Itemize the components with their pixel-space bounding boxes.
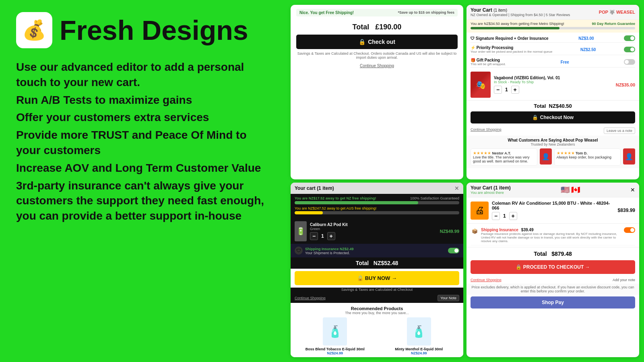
pw-progress-bar	[471, 27, 635, 29]
bl-insurance-row: 🛡 Shipping Insurance NZ$2.49 Your Shipme…	[291, 244, 463, 257]
features-list: Use our advanced editor to add a persona…	[16, 60, 270, 224]
feature-item-5: 3rd-party insurance can't always give yo…	[16, 178, 270, 224]
qty-control: − 1 +	[494, 86, 613, 94]
pw-option-signature: 🛡 Signature Required + Order Insurance N…	[471, 34, 635, 43]
bl-close-button[interactable]: ✕	[454, 185, 459, 191]
toggle-priority[interactable]	[624, 47, 635, 52]
br-header: Your Cart (1 item) You are almost there …	[466, 183, 639, 197]
continue-shopping[interactable]: Continue Shopping	[296, 64, 458, 68]
checkout-button[interactable]: 🔒 Check out	[296, 35, 458, 49]
pw-footer: Continue Shopping Leave us a note	[466, 126, 639, 136]
qty-value: 1	[505, 87, 508, 93]
br-options: 📦 Shipping Insurance $39.49 Package insu…	[466, 224, 639, 247]
lock-icon: 🔒	[359, 39, 365, 45]
br-qty-increase[interactable]: +	[509, 212, 517, 220]
pw-subtitle: NZ Owned & Operated | Shipping from $4.5…	[471, 13, 570, 17]
pw-review-cards: ★★★★★ Nestor A.T. Love the title. The se…	[471, 148, 635, 166]
bl-qty-control: − 1 +	[310, 232, 348, 240]
free-ship-bar: Nice. You get Free Shipping! *Save up to…	[296, 9, 458, 16]
br-qty-decrease[interactable]: −	[492, 212, 500, 220]
feature-item-0: Use our advanced editor to add a persona…	[16, 60, 270, 90]
br-checkout-button[interactable]: 🔒 PROCEED TO CHECKOUT →	[471, 260, 635, 274]
brand-title: Fresh Designs	[60, 16, 248, 44]
pw-product-image	[471, 72, 491, 98]
pw-total: Total NZ$40.50	[466, 100, 639, 111]
br-insurance-row: 📦 Shipping Insurance $39.49 Package insu…	[471, 225, 635, 245]
pw-logo: POP 🐺 WEASEL	[599, 10, 635, 15]
bl-total: Total NZ$52.48	[291, 257, 463, 269]
feature-item-1: Run A/B Tests to maximize gains	[16, 93, 270, 108]
bl-savings-note: Savings & Taxes are Calculated at Checko…	[291, 288, 463, 293]
feature-item-2: Offer your customers extra services	[16, 110, 270, 125]
bl-rec-products: 🧴 Boss Blend Tobacco E-liquid 30ml NZ$24…	[295, 317, 459, 355]
qty-increase[interactable]: +	[511, 86, 519, 94]
bl-product-image: 🔋	[295, 221, 307, 241]
aus-progress	[295, 211, 459, 214]
pw-option-priority: ⚡ Priority Processing Your order will be…	[471, 44, 635, 55]
bl-rec-product-2: 🧴 Minty Menthol E-liquid 30ml NZ$24.99	[379, 317, 460, 355]
pw-cart-title: Your Cart (1 item)	[471, 7, 570, 13]
bl-rec-product-1: 🧴 Boss Blend Tobacco E-liquid 30ml NZ$24…	[295, 317, 376, 355]
total-display: Total £190.00	[296, 23, 458, 31]
pw-header: Your Cart (1 item) NZ Owned & Operated |…	[466, 5, 639, 20]
pw-progress-fill	[471, 27, 559, 29]
pw-reviews: What Customers Are Saying About Pop Weas…	[466, 136, 639, 168]
pw-checkout-button[interactable]: 🔒 Checkout Now	[471, 111, 635, 123]
brand-row: 💰 Fresh Designs	[16, 12, 270, 48]
feature-item-3: Provide more TRUST and Peace Of Mind to …	[16, 128, 270, 158]
qty-decrease[interactable]: −	[494, 86, 502, 94]
br-product-row: 🖨 Coleman RV Air Conditioner 15,000 BTU …	[466, 197, 639, 224]
right-panel: Nice. You get Free Shipping! *Save up to…	[286, 0, 644, 362]
bl-qty-decrease[interactable]: −	[310, 232, 318, 240]
nz-progress	[295, 201, 459, 204]
mockup-coleman: Your Cart (1 item) You are almost there …	[466, 183, 639, 357]
free-ship-text: Nice. You get Free Shipping!	[299, 10, 354, 15]
bl-qty-increase[interactable]: +	[327, 232, 335, 240]
bl-insurance-toggle[interactable]	[448, 248, 459, 253]
bl-header: Your cart (1 item) ✕	[291, 183, 463, 194]
review-card-2: ★★★★★ Tom D. Always keep order, box pack…	[554, 148, 621, 166]
lock-icon: 🔒	[532, 115, 538, 120]
left-panel: 💰 Fresh Designs Use our advanced editor …	[0, 0, 286, 362]
brand-icon: 💰	[16, 12, 52, 48]
toggle-signature[interactable]	[624, 35, 635, 41]
bl-note-button[interactable]: Your Note	[438, 295, 459, 301]
pw-option-gift: 🎁 Gift Packing This will be gift wrapped…	[471, 57, 635, 68]
bl-footer: Continue Shopping Your Note	[291, 293, 463, 303]
br-footer-links: Continue Shopping Add your note	[466, 276, 639, 284]
bl-recommended: Recommended Products The more you buy, t…	[291, 303, 463, 357]
pw-options: 🛡 Signature Required + Order Insurance N…	[466, 33, 639, 69]
shopify-pay-button[interactable]: Shop Pay	[471, 296, 635, 309]
mockup-checkout-simple: Nice. You get Free Shipping! *Save up to…	[291, 5, 463, 179]
bl-buy-button[interactable]: 🔒 BUY NOW →	[295, 271, 459, 285]
pw-shipping-bar: You are NZ$34.50 away from getting Free …	[466, 20, 639, 33]
br-product-image: 🖨	[471, 202, 489, 220]
br-total: Total $879.48	[466, 247, 639, 260]
review-card-1: ★★★★★ Nestor A.T. Love the title. The se…	[471, 148, 537, 166]
feature-item-4: Increase AOV and Long Term Customer Valu…	[16, 160, 270, 176]
mockup-vape-shop: Your cart (1 item) ✕ You are NZ$17.52 aw…	[291, 183, 463, 357]
br-close-button[interactable]: ✕	[630, 187, 635, 193]
bl-shipping-bars: You are NZ$17.52 away to get NZ free shi…	[291, 194, 463, 219]
toggle-gift[interactable]	[624, 59, 635, 65]
save-note: *Save up to $15 on shipping fees	[398, 10, 454, 15]
br-insurance-toggle[interactable]	[624, 227, 635, 233]
bl-qty-value: 1	[321, 233, 324, 239]
savings-note: Savings & Taxes are Calculated at Checko…	[296, 51, 458, 60]
pw-product: Vagabond (VIZBIG Edition), Vol. 01 In St…	[466, 69, 639, 100]
br-qty-control: − 1 +	[492, 212, 615, 220]
br-price-note: Price excludes delivery, which is applie…	[466, 284, 639, 295]
mockup-pop-weasel: Your Cart (1 item) NZ Owned & Operated |…	[466, 5, 639, 179]
br-qty-value: 1	[503, 213, 506, 219]
bl-product-row: 🔋 Caliburn A2 Pod Kit Green − 1 + NZ$49.…	[291, 219, 463, 244]
